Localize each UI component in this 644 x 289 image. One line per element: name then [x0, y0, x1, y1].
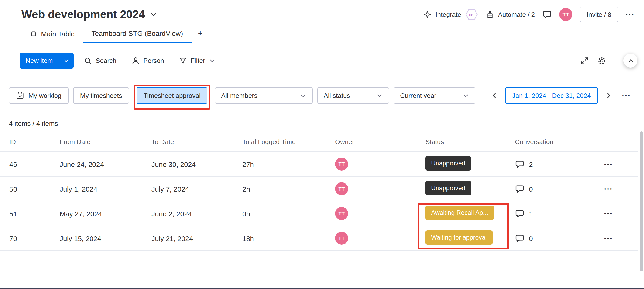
integrate-button[interactable]: Integrate ∞ [423, 8, 478, 20]
my-worklog-label: My worklog [28, 92, 62, 99]
status-dropdown[interactable]: All status [318, 87, 389, 104]
row-menu-icon[interactable]: ••• [604, 161, 613, 167]
owner-avatar[interactable]: TT [335, 207, 348, 220]
column-header-conversation[interactable]: Conversation [506, 138, 579, 145]
column-header-from-date[interactable]: From Date [51, 138, 143, 145]
tab-teamboard-stg-label: Teamboard STG (BoardView) [92, 29, 183, 37]
tab-teamboard-stg[interactable]: Teamboard STG (BoardView) [83, 24, 192, 43]
cell-total-logged-time[interactable]: 0h [234, 210, 327, 218]
integrate-icon [423, 10, 432, 19]
cell-id: 50 [0, 185, 51, 193]
column-header-status[interactable]: Status [417, 138, 506, 145]
board-title-chevron-down-icon[interactable] [150, 10, 158, 18]
new-item-button[interactable]: New item [20, 53, 74, 68]
toolbar-right-actions [580, 52, 638, 70]
cell-total-logged-time[interactable]: 18h [234, 234, 327, 242]
board-page: Web development 2024 Integrate ∞ [0, 0, 644, 289]
cell-id: 51 [0, 210, 51, 218]
cell-from-date[interactable]: June 24, 2024 [51, 160, 143, 168]
new-item-dropdown-icon[interactable] [60, 53, 74, 68]
tab-main-table[interactable]: Main Table [22, 24, 83, 43]
timesheet-approval-button[interactable]: Timesheet approval [136, 87, 208, 104]
annotation-box-timesheet-approval: Timesheet approval [134, 85, 210, 110]
owner-avatar[interactable]: TT [335, 158, 348, 170]
collapse-header-button[interactable] [624, 54, 638, 68]
filters-menu-icon[interactable]: ••• [622, 93, 631, 98]
add-view-button[interactable]: + [192, 24, 209, 43]
person-filter-button[interactable]: Person [126, 53, 169, 68]
cell-to-date[interactable]: June 2, 2024 [143, 210, 234, 218]
user-avatar[interactable]: TT [559, 8, 572, 21]
cell-owner[interactable]: TT [327, 232, 417, 245]
chat-bubble-icon[interactable] [515, 160, 524, 169]
tab-main-table-label: Main Table [41, 30, 75, 38]
cell-owner[interactable]: TT [327, 158, 417, 170]
integrate-label: Integrate [436, 11, 461, 18]
row-menu-icon[interactable]: ••• [604, 186, 613, 192]
my-timesheets-button[interactable]: My timesheets [73, 87, 129, 104]
chat-icon[interactable] [542, 10, 552, 19]
cell-status[interactable]: Unapproved [417, 156, 506, 172]
invite-button[interactable]: Invite / 8 [580, 6, 618, 22]
bottom-edge-bar [0, 288, 644, 289]
cell-to-date[interactable]: June 30, 2024 [143, 160, 234, 168]
filter-chevron-down-icon[interactable] [209, 57, 216, 64]
column-header-total-logged-time[interactable]: Total Logged Time [234, 138, 327, 145]
cell-conversation[interactable]: 0 [506, 234, 579, 243]
period-dropdown-value: Current year [400, 92, 436, 99]
next-period-button[interactable] [602, 87, 615, 104]
owner-avatar[interactable]: TT [335, 182, 348, 195]
cell-conversation[interactable]: 2 [506, 160, 579, 169]
cell-to-date[interactable]: July 21, 2024 [143, 234, 234, 242]
cell-owner[interactable]: TT [327, 182, 417, 195]
column-header-owner[interactable]: Owner [327, 138, 417, 145]
row-menu-icon[interactable]: ••• [604, 211, 613, 216]
period-dropdown[interactable]: Current year [394, 87, 476, 104]
cell-status[interactable]: Unapproved [417, 181, 506, 197]
owner-avatar[interactable]: TT [335, 232, 348, 245]
cell-conversation[interactable]: 1 [506, 209, 579, 218]
status-badge[interactable]: Unapproved [426, 156, 471, 170]
status-badge[interactable]: Waiting for approval [426, 230, 492, 245]
vertical-scrollbar[interactable] [640, 132, 643, 271]
person-label: Person [143, 57, 164, 64]
column-header-id[interactable]: ID [0, 138, 51, 145]
filter-button[interactable]: Filter [174, 53, 220, 68]
chat-bubble-icon[interactable] [515, 184, 524, 194]
row-menu-icon[interactable]: ••• [604, 236, 613, 241]
conversation-count: 1 [529, 210, 533, 218]
status-badge[interactable]: Unapproved [426, 181, 471, 195]
period-chevron-down-icon [462, 92, 470, 99]
cell-total-logged-time[interactable]: 27h [234, 160, 327, 168]
table-row: 50 July 1, 2024 July 7, 2024 2h TT Unapp… [0, 177, 638, 201]
cell-status[interactable]: Waiting for approval [417, 230, 506, 246]
timesheet-table: ID From Date To Date Total Logged Time O… [0, 131, 638, 251]
previous-period-button[interactable] [488, 87, 500, 104]
cell-from-date[interactable]: July 15, 2024 [51, 234, 143, 242]
gear-icon[interactable] [598, 56, 606, 65]
board-title-group[interactable]: Web development 2024 [22, 8, 158, 22]
members-dropdown[interactable]: All members [215, 87, 313, 104]
fullscreen-icon[interactable] [580, 56, 589, 65]
column-header-to-date[interactable]: To Date [143, 138, 234, 145]
cell-total-logged-time[interactable]: 2h [234, 185, 327, 193]
status-badge[interactable]: Awaiting Recall Ap... [426, 206, 494, 220]
cell-from-date[interactable]: May 27, 2024 [51, 210, 143, 218]
cell-owner[interactable]: TT [327, 207, 417, 220]
chat-bubble-icon[interactable] [515, 234, 524, 243]
cell-from-date[interactable]: July 1, 2024 [51, 185, 143, 193]
cell-to-date[interactable]: July 7, 2024 [143, 185, 234, 193]
search-label: Search [96, 57, 116, 64]
automate-button[interactable]: Automate / 2 [485, 10, 535, 19]
integrations-badge-icon[interactable]: ∞ [465, 8, 478, 20]
chat-bubble-icon[interactable] [515, 209, 524, 218]
new-item-label[interactable]: New item [20, 53, 59, 68]
cell-conversation[interactable]: 0 [506, 184, 579, 194]
search-button[interactable]: Search [80, 53, 121, 68]
cell-status[interactable]: Awaiting Recall Ap... [417, 206, 506, 222]
date-range-button[interactable]: Jan 1, 2024 - Dec 31, 2024 [505, 87, 598, 104]
filter-chips-row: My worklog My timesheets Timesheet appro… [9, 87, 631, 104]
my-worklog-button[interactable]: My worklog [9, 87, 68, 104]
board-menu-icon[interactable]: ••• [626, 12, 635, 17]
conversation-count: 0 [529, 185, 533, 193]
